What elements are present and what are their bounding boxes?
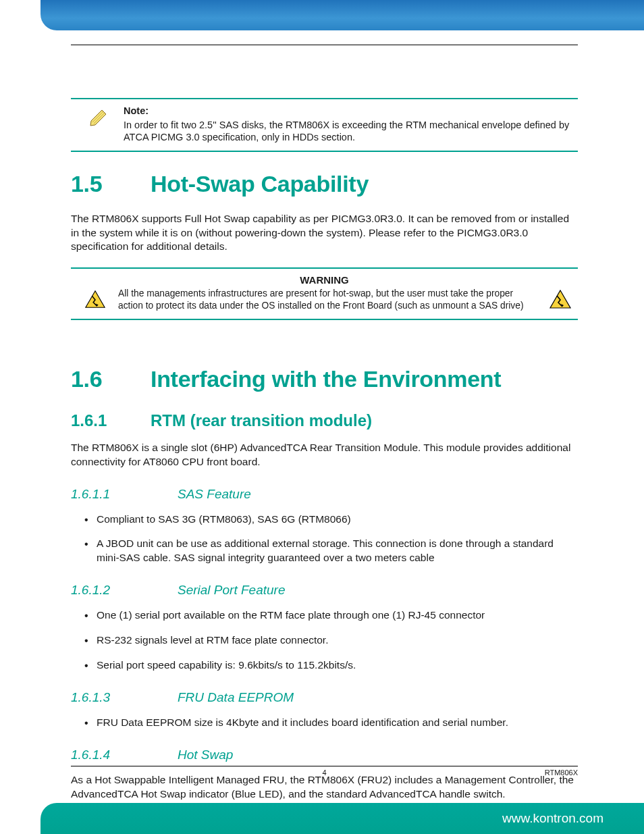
note-label: Note:	[124, 105, 578, 118]
heading-1-6: 1.6Interfacing with the Environment	[71, 366, 578, 392]
heading-1-5: 1.5Hot-Swap Capability	[71, 171, 578, 197]
bullet-list-1-6-1-1: Compliant to SAS 3G (RTM8063), SAS 6G (R…	[71, 513, 578, 566]
list-item: Serial port speed capability is: 9.6kbit…	[84, 658, 578, 673]
footer-doc-id: RTM806X	[545, 768, 578, 777]
heading-number: 1.6.1.2	[71, 583, 178, 598]
heading-number: 1.6.1.4	[71, 748, 178, 762]
warning-icon-left	[71, 288, 106, 309]
heading-title: FRU Data EEPROM	[178, 690, 294, 704]
warning-body: All the managements infrastructures are …	[118, 288, 531, 311]
heading-title: Serial Port Feature	[178, 583, 285, 597]
bullet-list-1-6-1-2: One (1) serial port available on the RTM…	[71, 608, 578, 673]
note-icon	[71, 105, 111, 130]
list-item: FRU Data EEPROM size is 4Kbyte and it in…	[84, 716, 578, 730]
bullet-list-1-6-1-3: FRU Data EEPROM size is 4Kbyte and it in…	[71, 716, 578, 730]
heading-title: Hot-Swap Capability	[151, 171, 369, 197]
heading-1-6-1: 1.6.1RTM (rear transition module)	[71, 411, 578, 430]
heading-title: Hot Swap	[178, 748, 233, 762]
heading-number: 1.5	[71, 171, 151, 197]
page-content: Note: In order to fit two 2.5'' SAS disk…	[71, 45, 578, 802]
header-brand-bar	[41, 0, 644, 30]
heading-number: 1.6	[71, 366, 151, 392]
list-item: A JBOD unit can be use as additional ext…	[84, 537, 578, 565]
page-footer: 4 RTM806X	[71, 766, 578, 777]
list-item: RS-232 signals level at RTM face plate c…	[84, 633, 578, 648]
paragraph-1-6-1: The RTM806X is a single slot (6HP) Advan…	[71, 441, 578, 469]
footer-brand-bar: www.kontron.com	[41, 803, 644, 834]
paragraph-1-5: The RTM806X supports Full Hot Swap capab…	[71, 212, 578, 255]
heading-1-6-1-3: 1.6.1.3FRU Data EEPROM	[71, 690, 578, 705]
heading-title: Interfacing with the Environment	[151, 366, 501, 392]
note-body: In order to fit two 2.5'' SAS disks, the…	[124, 120, 569, 143]
note-callout: Note: In order to fit two 2.5'' SAS disk…	[71, 98, 578, 152]
heading-1-6-1-1: 1.6.1.1SAS Feature	[71, 487, 578, 502]
heading-number: 1.6.1.3	[71, 690, 178, 705]
heading-number: 1.6.1.1	[71, 487, 178, 502]
footer-url: www.kontron.com	[502, 811, 603, 826]
heading-number: 1.6.1	[71, 411, 151, 430]
page-number: 4	[322, 768, 326, 777]
heading-1-6-1-2: 1.6.1.2Serial Port Feature	[71, 583, 578, 598]
list-item: One (1) serial port available on the RTM…	[84, 608, 578, 623]
heading-title: SAS Feature	[178, 487, 251, 501]
list-item: Compliant to SAS 3G (RTM8063), SAS 6G (R…	[84, 513, 578, 527]
paragraph-1-6-1-4: As a Hot Swappable Intelligent Managed F…	[71, 773, 578, 802]
heading-title: RTM (rear transition module)	[151, 411, 372, 429]
warning-icon-right	[543, 288, 578, 309]
warning-title: WARNING	[71, 274, 578, 286]
heading-1-6-1-4: 1.6.1.4Hot Swap	[71, 748, 578, 762]
warning-callout: WARNING All the managements infrastructu…	[71, 267, 578, 319]
